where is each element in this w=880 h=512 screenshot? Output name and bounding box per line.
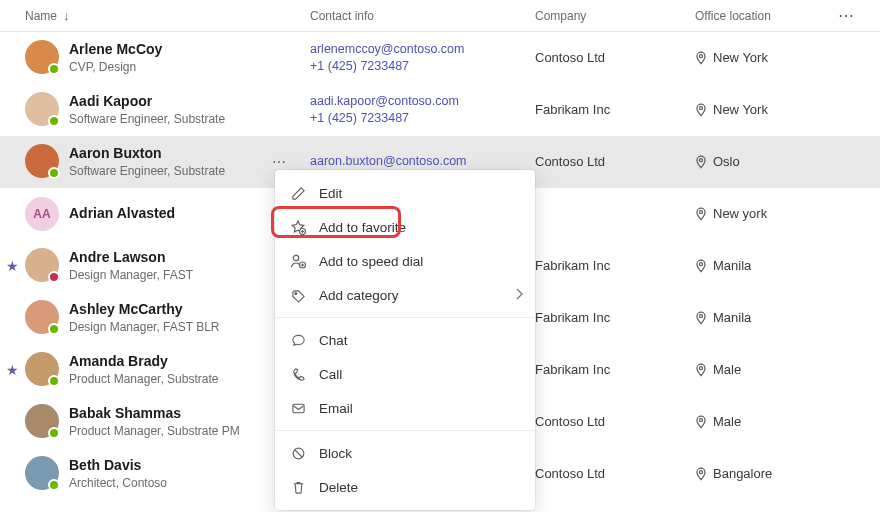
location-pin-icon [695, 51, 707, 65]
column-header-name[interactable]: Name ↓ [25, 8, 310, 23]
context-menu: Edit Add to favorite Add to speed dial A… [275, 170, 535, 510]
person-cell: AAAdrian Alvasted [25, 197, 310, 231]
office-text: Bangalore [713, 466, 772, 481]
menu-item-edit[interactable]: Edit [275, 176, 535, 210]
contact-phone[interactable]: +1 (425) 7233487 [310, 58, 535, 75]
person-cell: Aadi KapoorSoftware Engineer, Substrate [25, 92, 310, 127]
avatar[interactable] [25, 144, 59, 178]
person-cell: Andre LawsonDesign Manager, FAST [25, 248, 310, 283]
office-cell: New York [695, 102, 855, 117]
avatar[interactable] [25, 92, 59, 126]
person-cell: Ashley McCarthyDesign Manager, FAST BLR [25, 300, 310, 335]
chevron-right-icon [515, 288, 523, 303]
office-cell: Bangalore [695, 466, 855, 481]
company-cell: Fabrikam Inc [535, 258, 695, 273]
chat-icon [289, 333, 307, 348]
office-cell: Male [695, 362, 855, 377]
row-more-icon[interactable]: ⋯ [272, 154, 287, 170]
location-pin-icon [695, 311, 707, 325]
avatar[interactable] [25, 404, 59, 438]
office-text: Male [713, 414, 741, 429]
office-cell: Male [695, 414, 855, 429]
menu-item-add-category[interactable]: Add category [275, 278, 535, 312]
office-text: Manila [713, 258, 751, 273]
column-header-company[interactable]: Company [535, 9, 695, 23]
avatar[interactable] [25, 300, 59, 334]
location-pin-icon [695, 155, 707, 169]
mail-icon [289, 401, 307, 416]
office-text: New york [713, 206, 767, 221]
contact-name: Andre Lawson [69, 248, 193, 267]
office-text: Oslo [713, 154, 740, 169]
menu-item-block[interactable]: Block [275, 436, 535, 470]
contact-name: Adrian Alvasted [69, 204, 175, 223]
company-cell: Contoso Ltd [535, 466, 695, 481]
svg-point-0 [700, 54, 703, 57]
svg-point-4 [700, 262, 703, 265]
menu-separator [275, 317, 535, 318]
tag-icon [289, 288, 307, 303]
svg-point-5 [700, 314, 703, 317]
office-cell: Oslo [695, 154, 855, 169]
location-pin-icon [695, 103, 707, 117]
contact-title: CVP, Design [69, 59, 162, 75]
menu-item-add-speed-dial[interactable]: Add to speed dial [275, 244, 535, 278]
avatar[interactable] [25, 248, 59, 282]
table-row[interactable]: Arlene McCoyCVP, Designarlenemccoy@conto… [0, 32, 880, 84]
company-cell: Contoso Ltd [535, 414, 695, 429]
contact-phone[interactable]: +1 (425) 7233487 [310, 110, 535, 127]
office-cell: Manila [695, 258, 855, 273]
pencil-icon [289, 186, 307, 201]
table-row[interactable]: Aadi KapoorSoftware Engineer, Substratea… [0, 84, 880, 136]
menu-item-call[interactable]: Call [275, 357, 535, 391]
svg-point-3 [700, 210, 703, 213]
avatar[interactable] [25, 40, 59, 74]
svg-point-10 [293, 255, 298, 260]
presence-badge [48, 271, 60, 283]
contact-name: Babak Shammas [69, 404, 240, 423]
menu-item-add-favorite[interactable]: Add to favorite [275, 210, 535, 244]
company-cell: Fabrikam Inc [535, 362, 695, 377]
avatar[interactable]: AA [25, 197, 59, 231]
person-cell: Babak ShammasProduct Manager, Substrate … [25, 404, 310, 439]
office-text: Manila [713, 310, 751, 325]
column-header-contact[interactable]: Contact info [310, 9, 535, 23]
presence-badge [48, 375, 60, 387]
company-cell: Fabrikam Inc [535, 310, 695, 325]
contact-title: Product Manager, Substrate [69, 371, 218, 387]
presence-badge [48, 323, 60, 335]
contact-info-cell: aadi.kapoor@contoso.com+1 (425) 7233487 [310, 93, 535, 127]
svg-point-6 [700, 366, 703, 369]
contact-name: Aadi Kapoor [69, 92, 225, 111]
trash-icon [289, 480, 307, 495]
svg-point-8 [700, 470, 703, 473]
contact-title: Design Manager, FAST [69, 267, 193, 283]
contact-email[interactable]: aaron.buxton@contoso.com [310, 153, 535, 170]
column-header-office[interactable]: Office location [695, 9, 831, 23]
svg-rect-13 [292, 404, 303, 412]
contact-title: Product Manager, Substrate PM [69, 423, 240, 439]
table-header-more-icon[interactable]: ⋯ [831, 6, 855, 25]
presence-badge [48, 167, 60, 179]
contact-email[interactable]: arlenemccoy@contoso.com [310, 41, 535, 58]
contact-name: Ashley McCarthy [69, 300, 220, 319]
svg-point-7 [700, 418, 703, 421]
office-text: New York [713, 102, 768, 117]
favorite-star-icon: ★ [6, 258, 19, 274]
person-add-icon [289, 253, 307, 269]
menu-item-chat[interactable]: Chat [275, 323, 535, 357]
svg-point-12 [294, 292, 296, 294]
presence-badge [48, 427, 60, 439]
contact-title: Software Engineer, Substrate [69, 111, 225, 127]
menu-item-delete[interactable]: Delete [275, 470, 535, 504]
person-cell: Arlene McCoyCVP, Design [25, 40, 310, 75]
contact-email[interactable]: aadi.kapoor@contoso.com [310, 93, 535, 110]
contact-name: Arlene McCoy [69, 40, 162, 59]
avatar-initials: AA [33, 207, 50, 221]
contact-info-cell: aaron.buxton@contoso.com [310, 153, 535, 170]
contact-title: Design Manager, FAST BLR [69, 319, 220, 335]
menu-item-email[interactable]: Email [275, 391, 535, 425]
avatar[interactable] [25, 352, 59, 386]
office-cell: New york [695, 206, 855, 221]
avatar[interactable] [25, 456, 59, 490]
